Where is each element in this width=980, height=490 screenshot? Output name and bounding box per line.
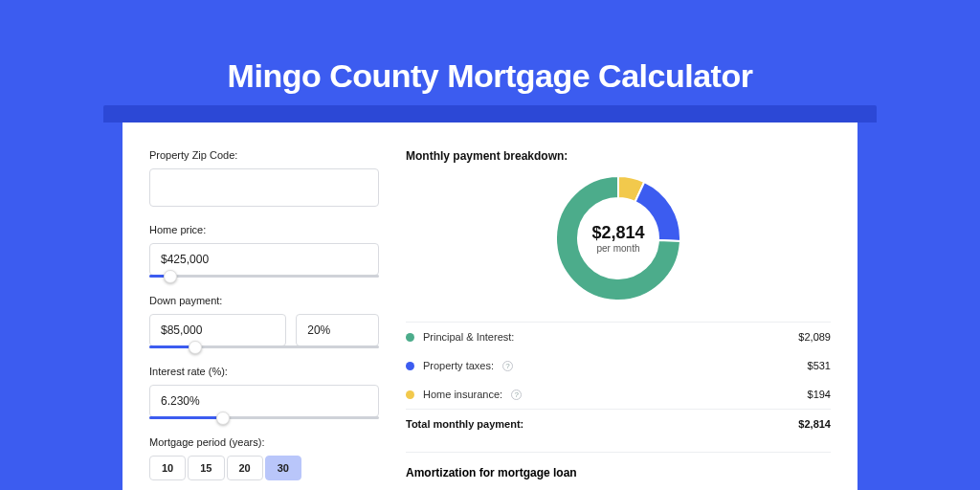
amortization-section: Amortization for mortgage loan Amortizat… [406, 452, 831, 490]
card-shadow [103, 105, 877, 122]
down-payment-pct-input[interactable] [296, 314, 379, 346]
info-icon[interactable]: ? [511, 390, 522, 400]
down-payment-input[interactable] [149, 314, 286, 346]
donut-sub: per month [596, 243, 639, 254]
breakdown-value: $531 [808, 360, 831, 371]
breakdown-header: Monthly payment breakdown: [406, 149, 831, 163]
calculator-card: Property Zip Code: Home price: Down paym… [122, 122, 858, 490]
breakdown-total-row: Total monthly payment: $2,814 [406, 409, 831, 438]
slider-thumb[interactable] [189, 341, 202, 354]
input-panel: Property Zip Code: Home price: Down paym… [149, 149, 379, 490]
donut-amount: $2,814 [591, 223, 644, 243]
slider-thumb[interactable] [216, 412, 230, 425]
down-payment-label: Down payment: [149, 295, 379, 306]
legend-dot [406, 333, 414, 342]
info-icon[interactable]: ? [502, 361, 513, 371]
breakdown-row: Principal & Interest: $2,089 [406, 323, 831, 351]
home-price-group: Home price: [149, 224, 379, 278]
donut-center: $2,814 per month [556, 176, 680, 301]
breakdown-panel: Monthly payment breakdown: $2,814 per mo… [406, 149, 831, 490]
period-button-20[interactable]: 20 [227, 456, 263, 480]
down-payment-group: Down payment: [149, 295, 379, 348]
period-group: Mortgage period (years): 10152030 [149, 436, 379, 480]
down-payment-slider[interactable] [149, 345, 379, 348]
page-title: Mingo County Mortgage Calculator [0, 0, 980, 95]
breakdown-rows: Principal & Interest: $2,089 Property ta… [406, 322, 831, 438]
period-button-30[interactable]: 30 [265, 456, 301, 480]
donut-chart: $2,814 per month [556, 176, 680, 301]
breakdown-value: $2,089 [798, 331, 831, 343]
interest-slider[interactable] [149, 416, 379, 419]
breakdown-label: Home insurance: [423, 389, 502, 400]
legend-dot [406, 362, 414, 370]
legend-dot [406, 390, 414, 399]
period-button-15[interactable]: 15 [188, 456, 224, 480]
home-price-label: Home price: [149, 224, 379, 235]
interest-input[interactable] [149, 385, 379, 417]
breakdown-row: Home insurance: ? $194 [406, 380, 831, 409]
home-price-input[interactable] [149, 243, 379, 276]
total-value: $2,814 [798, 418, 831, 430]
total-label: Total monthly payment: [406, 418, 523, 430]
breakdown-value: $194 [808, 389, 831, 400]
zip-input[interactable] [149, 168, 379, 207]
period-label: Mortgage period (years): [149, 436, 379, 448]
slider-thumb[interactable] [164, 270, 177, 283]
breakdown-label: Principal & Interest: [423, 331, 514, 343]
interest-label: Interest rate (%): [149, 366, 379, 377]
zip-group: Property Zip Code: [149, 149, 379, 207]
period-button-10[interactable]: 10 [149, 456, 186, 480]
zip-label: Property Zip Code: [149, 149, 379, 161]
breakdown-label: Property taxes: [423, 360, 494, 371]
home-price-slider[interactable] [149, 275, 379, 278]
interest-group: Interest rate (%): [149, 366, 379, 419]
donut-container: $2,814 per month [406, 176, 831, 301]
breakdown-row: Property taxes: ? $531 [406, 351, 831, 380]
amortization-title: Amortization for mortgage loan [406, 466, 831, 479]
